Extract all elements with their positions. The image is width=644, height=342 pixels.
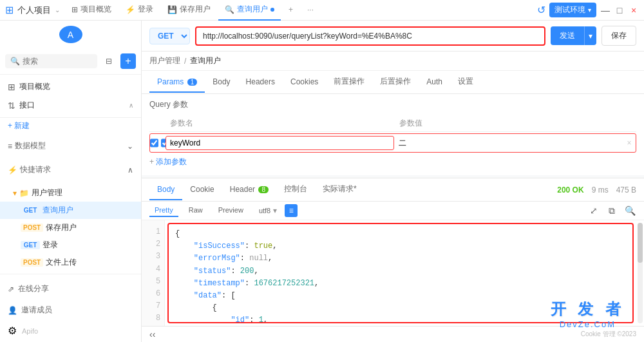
tab-overview[interactable]: ⊞ 项目概览 xyxy=(65,0,118,21)
filter-button[interactable]: ⊟ xyxy=(101,53,117,69)
maximize-button[interactable]: □ xyxy=(614,5,625,15)
format-pretty[interactable]: Pretty xyxy=(149,204,178,217)
tab-headers[interactable]: Headers xyxy=(238,72,283,93)
minimize-button[interactable]: — xyxy=(600,5,611,15)
tab-more[interactable]: ··· xyxy=(301,0,320,21)
interface-nav-icon: ⇅ xyxy=(8,100,15,111)
search-code-icon[interactable]: 🔍 xyxy=(623,204,636,217)
member-icon: 👤 xyxy=(8,306,17,315)
resp-tab-body[interactable]: Body xyxy=(149,180,182,200)
encoding-dropdown-icon[interactable]: ▾ xyxy=(273,206,277,215)
app-container: ⊞ 个人项目 ⌄ ⊞ 项目概览 ⚡ 登录 💾 保存用户 🔍 查询用户 xyxy=(0,0,644,342)
add-param-button[interactable]: + 添加参数 xyxy=(149,154,636,170)
tree-file-upload[interactable]: POST 文件上传 xyxy=(0,254,141,271)
add-api-area: + 新建 xyxy=(0,118,141,134)
nav-prev-icon[interactable]: ‹‹ xyxy=(149,329,155,339)
resp-tab-console[interactable]: 控制台 xyxy=(276,178,315,201)
get-badge-login: GET xyxy=(21,241,40,249)
tab-add[interactable]: + xyxy=(282,0,299,21)
format-icon-btn[interactable]: ≡ xyxy=(285,204,298,217)
url-bar: GET 发送 ▾ 保存 xyxy=(142,21,644,52)
tab-body[interactable]: Body xyxy=(205,72,238,93)
quick-req-header[interactable]: ⚡ 快捷请求 ∧ xyxy=(0,160,141,179)
format-preview[interactable]: Preview xyxy=(213,204,249,217)
online-share-button[interactable]: ⇗ 在线分享 xyxy=(8,280,133,298)
folder-open-icon: 📁 xyxy=(19,189,29,198)
tab-query-user[interactable]: 🔍 查询用户 xyxy=(218,0,281,21)
close-button[interactable]: × xyxy=(629,5,639,15)
tab-auth[interactable]: Auth xyxy=(419,72,450,93)
breadcrumb: 用户管理 / 查询用户 xyxy=(142,52,644,71)
tab-params[interactable]: Params 1 xyxy=(149,72,205,93)
expand-icon[interactable]: ⤢ xyxy=(587,204,600,217)
data-model-arrow: ⌄ xyxy=(127,142,133,151)
url-input[interactable] xyxy=(195,26,545,46)
scrollbar-track[interactable] xyxy=(638,223,643,323)
encoding-area: utf8 ▾ xyxy=(259,206,277,215)
code-toolbar-right: ⤢ ⧉ 🔍 xyxy=(587,204,636,217)
sidebar-bottom: ⇗ 在线分享 👤 邀请成员 ⚙ Apifo xyxy=(0,274,141,342)
title-tabs: ⊞ 项目概览 ⚡ 登录 💾 保存用户 🔍 查询用户 + ··· xyxy=(60,0,537,21)
tab-settings[interactable]: 设置 xyxy=(450,71,481,93)
data-model-icon: ≡ xyxy=(8,142,12,151)
save-icon: 💾 xyxy=(167,5,177,14)
scrollbar-thumb[interactable] xyxy=(638,223,643,263)
params-header: 参数名 参数值 xyxy=(149,115,636,132)
data-model-header[interactable]: ≡ 数据模型 ⌄ xyxy=(0,137,141,155)
sidebar-item-interface[interactable]: ⇅ 接口 ∧ xyxy=(0,96,141,115)
send-button[interactable]: 发送 xyxy=(551,26,584,45)
invite-member-button[interactable]: 👤 邀请成员 xyxy=(8,301,133,319)
param-checkbox[interactable] xyxy=(150,138,158,147)
breadcrumb-current: 查询用户 xyxy=(190,55,221,66)
add-api-button[interactable]: + 新建 xyxy=(8,121,30,130)
tab-pre-action[interactable]: 前置操作 xyxy=(326,71,372,93)
env-arrow-icon: ▾ xyxy=(588,6,591,14)
send-dropdown-button[interactable]: ▾ xyxy=(584,26,596,45)
method-select[interactable]: GET xyxy=(149,28,190,44)
search-icon: 🔍 xyxy=(10,57,20,66)
main-content: GET 发送 ▾ 保存 用户管理 / 查询用户 Params 1 xyxy=(142,21,644,342)
sidebar-item-overview[interactable]: ⊞ 项目概览 xyxy=(0,77,141,96)
tab-post-action[interactable]: 后置操作 xyxy=(372,71,419,93)
title-right: ↺ 测试环境 ▾ — □ × xyxy=(537,3,639,17)
filter-icon: ⊟ xyxy=(106,57,112,66)
params-table: 参数名 参数值 xyxy=(149,115,636,170)
tree-login[interactable]: GET 登录 xyxy=(0,236,141,254)
sidebar: A 🔍 ⊟ + ⊞ 项目概览 ⇅ xyxy=(0,21,142,342)
copy-icon[interactable]: ⧉ xyxy=(605,204,618,217)
add-request-button[interactable]: + xyxy=(120,53,136,69)
tree-save-user[interactable]: POST 保存用户 xyxy=(0,219,141,236)
settings-icon[interactable]: ⚙ xyxy=(8,325,17,337)
resp-tab-actual[interactable]: 实际请求* xyxy=(315,178,365,201)
tree-query-user[interactable]: GET 查询用户 xyxy=(0,202,141,219)
tab-cookies[interactable]: Cookies xyxy=(283,72,326,93)
param-val-cell xyxy=(394,136,623,150)
query-icon: 🔍 xyxy=(225,5,234,14)
params-section: Query 参数 参数名 参数值 xyxy=(142,94,644,175)
sidebar-search-area: 🔍 ⊟ + xyxy=(0,48,141,75)
resp-tab-header[interactable]: Header 8 xyxy=(222,180,276,200)
resp-tab-cookie[interactable]: Cookie xyxy=(182,180,222,200)
breadcrumb-sep: / xyxy=(184,57,186,66)
tab-save-user[interactable]: 💾 保存用户 xyxy=(161,0,217,21)
save-button[interactable]: 保存 xyxy=(601,26,636,46)
param-name-input[interactable] xyxy=(166,136,394,150)
request-tabs: Params 1 Body Headers Cookies 前置操作 后置操作 … xyxy=(142,71,644,94)
env-selector[interactable]: 测试环境 ▾ xyxy=(549,3,596,17)
refresh-icon[interactable]: ↺ xyxy=(537,4,545,16)
bottom-nav: ‹‹ Cookie 管理 ©2023 xyxy=(142,326,644,342)
search-input[interactable] xyxy=(23,57,74,66)
param-val-input[interactable] xyxy=(394,136,623,150)
breadcrumb-home[interactable]: 用户管理 xyxy=(149,55,180,66)
folder-icon: ▾ xyxy=(13,189,17,198)
quick-req-section: ⚡ 快捷请求 ∧ xyxy=(0,158,141,182)
name-col-header: 参数名 xyxy=(165,118,394,129)
share-icon: ⇗ xyxy=(8,285,14,294)
tab-login[interactable]: ⚡ 登录 xyxy=(119,0,160,21)
interface-arrow: ∧ xyxy=(129,102,133,109)
format-raw[interactable]: Raw xyxy=(184,204,208,217)
tree-user-mgmt[interactable]: ▾ 📁 用户管理 xyxy=(0,184,141,202)
title-left: ⊞ 个人项目 ⌄ xyxy=(5,4,60,16)
val-col-header: 参数值 xyxy=(394,118,623,129)
delete-param-icon[interactable]: × xyxy=(627,138,631,147)
